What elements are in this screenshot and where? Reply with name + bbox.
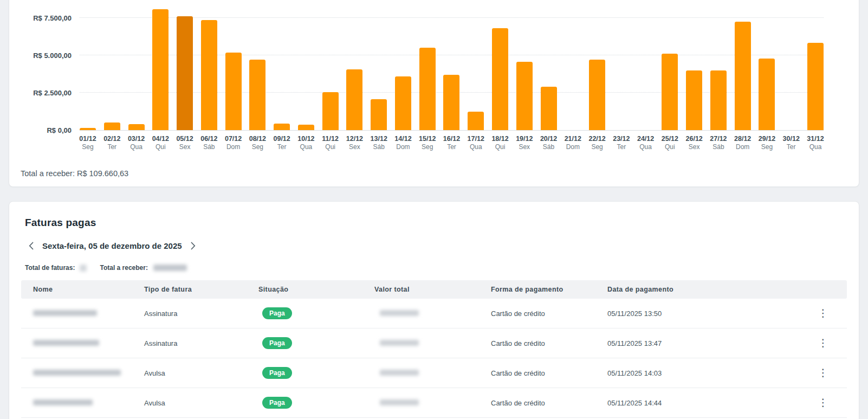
bar-slot: 16/12Ter xyxy=(443,1,459,130)
date-navigation: Sexta-feira, 05 de dezembro de 2025 xyxy=(27,241,859,251)
chart-bar[interactable] xyxy=(807,43,824,130)
next-day-button[interactable] xyxy=(189,241,198,251)
x-axis-date-label: 06/12 xyxy=(196,135,222,143)
bar-slot: 23/12Ter xyxy=(613,1,630,130)
kebab-menu-icon[interactable]: ⋮ xyxy=(814,335,833,351)
table-row[interactable]: Avulsa Paga Cartão de crédito 05/11/2025… xyxy=(21,358,847,388)
x-axis-date-label: 05/12 xyxy=(172,135,198,143)
bar-slot: 03/12Qua xyxy=(128,1,145,130)
chart-bar[interactable] xyxy=(468,112,484,130)
table-row[interactable]: Avulsa Paga Cartão de crédito 05/11/2025… xyxy=(21,388,847,418)
x-axis-date-label: 13/12 xyxy=(366,135,392,143)
x-axis-date-label: 16/12 xyxy=(438,135,464,143)
x-axis-day-label: Qua xyxy=(633,143,659,151)
chart-bar[interactable] xyxy=(346,69,362,130)
chart-bar[interactable] xyxy=(249,60,265,130)
x-axis-day-label: Qui xyxy=(147,143,173,151)
bar-slot: 29/12Seg xyxy=(759,1,775,130)
revenue-chart-card: R$ 0,00R$ 2.500,00R$ 5.000,00R$ 7.500,00… xyxy=(9,0,859,187)
x-axis-day-label: Sex xyxy=(511,143,537,151)
chart-bar[interactable] xyxy=(152,9,169,130)
table-row[interactable]: Assinatura Paga Cartão de crédito 05/11/… xyxy=(21,299,847,328)
x-axis-day-label: Dom xyxy=(560,143,586,151)
bar-slot: 22/12Seg xyxy=(589,1,605,130)
previous-day-button[interactable] xyxy=(27,241,36,251)
x-axis-date-label: 27/12 xyxy=(705,135,731,143)
payment-method-cell: Cartão de crédito xyxy=(491,369,607,377)
bar-slot: 27/12Sáb xyxy=(710,1,727,130)
x-axis-day-label: Qui xyxy=(487,143,513,151)
bar-slot: 06/12Sáb xyxy=(201,1,217,130)
chart-bar[interactable] xyxy=(759,59,775,130)
invoice-type-cell: Avulsa xyxy=(144,369,258,377)
chart-bar[interactable] xyxy=(686,70,702,130)
x-axis-date-label: 10/12 xyxy=(293,135,319,143)
x-axis-date-label: 12/12 xyxy=(341,135,367,143)
column-header-data: Data de pagamento xyxy=(607,286,799,293)
kebab-menu-icon[interactable]: ⋮ xyxy=(814,305,833,321)
bar-slot: 25/12Qui xyxy=(662,1,678,130)
table-row[interactable]: Assinatura Paga Cartão de crédito 05/11/… xyxy=(21,328,847,358)
payment-date-cell: 05/11/2025 14:44 xyxy=(607,399,799,407)
chart-bar[interactable] xyxy=(177,16,193,130)
bar-slot: 01/12Seg xyxy=(80,1,96,130)
x-axis-date-label: 14/12 xyxy=(390,135,416,143)
redacted-customer-name xyxy=(33,370,121,376)
x-axis-day-label: Sáb xyxy=(366,143,392,151)
chart-bar[interactable] xyxy=(516,62,533,130)
chevron-right-icon xyxy=(191,242,196,250)
paid-invoices-card: Faturas pagas Sexta-feira, 05 de dezembr… xyxy=(9,201,859,419)
kebab-menu-icon[interactable]: ⋮ xyxy=(814,365,833,381)
x-axis-date-label: 15/12 xyxy=(414,135,441,143)
invoice-type-cell: Avulsa xyxy=(144,399,258,407)
column-header-tipo: Tipo de fatura xyxy=(144,286,258,293)
y-axis-tick-label: R$ 7.500,00 xyxy=(9,14,72,23)
bar-slot: 08/12Seg xyxy=(249,1,265,130)
chart-bar[interactable] xyxy=(735,22,751,130)
chart-bar[interactable] xyxy=(201,20,217,130)
payment-method-cell: Cartão de crédito xyxy=(491,339,607,347)
chart-bar[interactable] xyxy=(589,60,605,130)
x-axis-day-label: Sex xyxy=(341,143,367,151)
bar-chart-bars: 01/12Seg02/12Ter03/12Qua04/12Qui05/12Sex… xyxy=(80,1,824,130)
chart-bar[interactable] xyxy=(443,75,459,130)
x-axis-day-label: Qua xyxy=(802,143,828,151)
chart-bar[interactable] xyxy=(492,28,508,130)
kebab-menu-icon[interactable]: ⋮ xyxy=(814,395,833,410)
redacted-receivable-amount xyxy=(153,265,187,271)
chart-bar[interactable] xyxy=(298,125,314,130)
x-axis-day-label: Qui xyxy=(657,143,683,151)
column-header-forma: Forma de pagamento xyxy=(491,286,607,293)
chart-bar[interactable] xyxy=(225,53,242,130)
total-invoices-label: Total de faturas: xyxy=(25,264,75,272)
chart-bar[interactable] xyxy=(371,99,387,130)
chart-bar[interactable] xyxy=(80,128,96,130)
chart-bar[interactable] xyxy=(274,124,290,130)
x-axis-day-label: Sáb xyxy=(536,143,562,151)
x-axis-date-label: 01/12 xyxy=(75,135,101,143)
chart-bar[interactable] xyxy=(128,124,145,130)
x-axis-day-label: Qua xyxy=(463,143,489,151)
chart-bar[interactable] xyxy=(541,87,557,130)
chart-bar[interactable] xyxy=(419,48,436,130)
bar-slot: 17/12Qua xyxy=(468,1,484,130)
column-header-situacao: Situação xyxy=(258,286,374,293)
x-axis-day-label: Seg xyxy=(75,143,101,151)
payment-date-cell: 05/11/2025 14:03 xyxy=(607,369,799,377)
column-header-nome: Nome xyxy=(21,286,144,293)
x-axis-date-label: 22/12 xyxy=(584,135,610,143)
chart-bar[interactable] xyxy=(395,76,411,130)
x-axis-day-label: Qua xyxy=(293,143,319,151)
chart-bar[interactable] xyxy=(104,123,120,130)
y-axis: R$ 0,00R$ 2.500,00R$ 5.000,00R$ 7.500,00 xyxy=(9,1,72,131)
bar-chart: R$ 0,00R$ 2.500,00R$ 5.000,00R$ 7.500,00… xyxy=(9,1,859,160)
chart-bar[interactable] xyxy=(710,70,727,130)
chart-bar[interactable] xyxy=(662,54,678,130)
bar-slot: 20/12Sáb xyxy=(541,1,557,130)
bar-slot: 24/12Qua xyxy=(638,1,654,130)
invoice-type-cell: Assinatura xyxy=(144,339,258,347)
x-axis-day-label: Seg xyxy=(414,143,441,151)
chart-bar[interactable] xyxy=(322,92,339,130)
x-axis-date-label: 21/12 xyxy=(560,135,586,143)
bar-slot: 26/12Sex xyxy=(686,1,702,130)
